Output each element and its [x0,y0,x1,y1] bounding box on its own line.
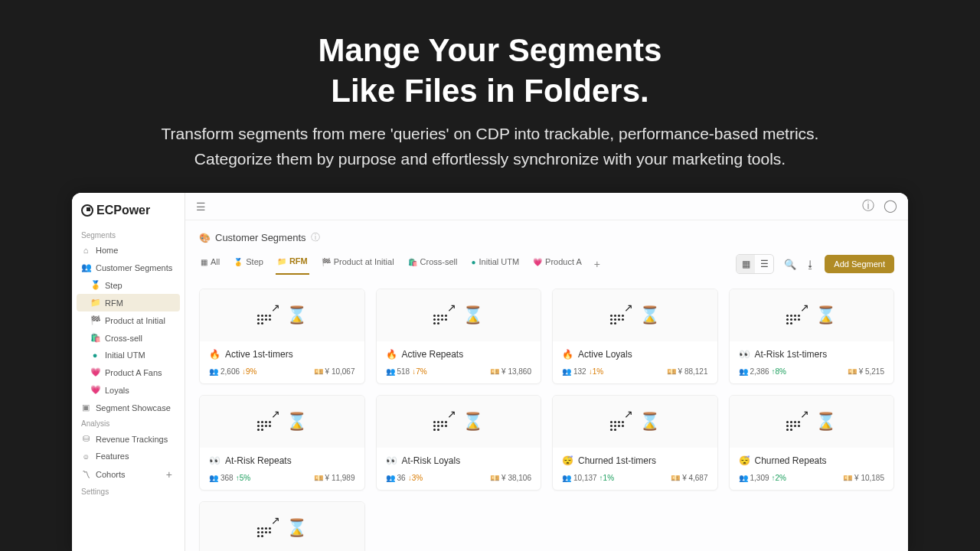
bag-icon: 🛍️ [90,333,100,343]
sidebar-item-rfm[interactable]: 📁RFM [77,294,180,311]
card-title: 👀At-Risk Loyals [386,455,532,466]
sidebar-item-initial-utm[interactable]: ●Initial UTM [72,347,185,364]
showcase-icon: ▣ [81,403,90,412]
card-hero: ⌛ [377,289,541,341]
sidebar-item-product-initial[interactable]: 🏁Product at Initial [72,311,185,329]
card-hero: ⌛ [200,289,364,341]
segment-emoji-icon: 😴 [562,455,573,466]
search-button[interactable]: 🔍 [780,254,800,274]
card-amount: 💴¥ 4,687 [671,474,707,482]
card-count: 👥36 ↓3% [386,474,423,482]
segment-card[interactable]: ⌛🔥Active 1st-timers👥2,606 ↓9%💴¥ 10,067 [199,289,365,384]
card-hero: ⌛ [553,289,717,341]
card-title: 👀At-Risk 1st-timers [739,349,885,360]
tab-cross-sell[interactable]: 🛍️Cross-sell [407,254,459,274]
list-view-button[interactable]: ☰ [755,255,773,273]
hero-title: Mange Your Segments Like Files in Folder… [0,31,980,111]
segment-emoji-icon: 😴 [739,455,750,466]
sidebar-item-revenue-trackings[interactable]: ⛁Revenue Trackings [72,430,185,448]
card-title: 🔥Active Loyals [562,349,708,360]
tab-rfm[interactable]: 📁RFM [276,253,309,275]
info-icon[interactable]: ⓘ [862,198,874,214]
segment-card[interactable]: ⌛ [199,501,365,551]
grid-view-button[interactable]: ▦ [737,255,755,273]
sidebar: ECPower Segments ⌂Home 👥Customer Segment… [72,193,185,551]
segment-card[interactable]: ⌛👀At-Risk 1st-timers👥2,386 ↑8%💴¥ 5,215 [729,289,895,384]
card-amount: 💴¥ 10,067 [314,367,355,376]
card-count: 👥132 ↓1% [562,367,603,376]
card-hero: ⌛ [553,396,717,448]
database-icon: ⛁ [81,434,90,444]
people-icon: 👥 [386,474,395,482]
sidebar-item-step[interactable]: 🥇Step [72,276,185,294]
sidebar-item-home[interactable]: ⌂Home [72,242,185,259]
help-icon[interactable]: ⓘ [311,231,320,244]
card-stats: 👥10,137 ↑1%💴¥ 4,687 [562,474,708,482]
segment-emoji-icon: 👀 [739,349,750,360]
sidebar-item-segment-showcase[interactable]: ▣Segment Showcase [72,399,185,416]
folder-icon: 📁 [90,298,100,308]
segment-card[interactable]: ⌛🔥Active Loyals👥132 ↓1%💴¥ 88,121 [552,289,718,384]
people-icon: 👥 [209,474,218,482]
sidebar-item-cross-sell[interactable]: 🛍️Cross-sell [72,329,185,347]
sidebar-item-customer-segments[interactable]: 👥Customer Segments [72,259,185,276]
card-amount: 💴¥ 13,860 [490,367,531,376]
brand-text: ECPower [96,204,150,217]
grid-icon: ▦ [201,258,207,266]
card-stats: 👥2,606 ↓9%💴¥ 10,067 [209,367,355,376]
tab-product-a[interactable]: 💗Product A [531,254,583,274]
segment-emoji-icon: 🔥 [562,349,573,360]
hamburger-icon[interactable]: ☰ [196,201,206,213]
card-hero: ⌛ [200,396,364,448]
sidebar-item-features[interactable]: ⌾Features [72,448,185,465]
card-title: 🔥Active Repeats [386,349,532,360]
card-stats: 👥2,386 ↑8%💴¥ 5,215 [739,367,885,376]
segment-card[interactable]: ⌛😴Churned 1st-timers👥10,137 ↑1%💴¥ 4,687 [552,395,718,491]
tab-initial-utm[interactable]: ●Initial UTM [469,254,521,274]
add-tab-button[interactable]: + [594,258,600,270]
card-count: 👥10,137 ↑1% [562,474,614,482]
people-icon: 👥 [81,262,90,272]
sidebar-item-loyals[interactable]: 💗Loyals [72,381,185,399]
view-toggle: ▦ ☰ [736,254,774,274]
people-icon: 👥 [739,367,748,376]
sidebar-section-settings: Settings [72,484,185,498]
card-title: 😴Churned Repeats [739,455,885,466]
toolbar-right: ▦ ☰ 🔍 ⭳ Add Segment [736,254,894,274]
add-segment-button[interactable]: Add Segment [825,255,894,273]
breadcrumb-text: Customer Segments [215,232,306,243]
card-stats: 👥1,309 ↑2%💴¥ 10,185 [739,474,885,482]
folder-icon: 📁 [277,257,286,266]
money-icon: 💴 [667,367,676,376]
money-icon: 💴 [843,474,852,482]
sidebar-item-cohorts[interactable]: 〽Cohorts+ [72,465,185,484]
dot-icon: ● [90,350,100,360]
segment-card[interactable]: ⌛🔥Active Repeats👥518 ↓7%💴¥ 13,860 [376,289,542,384]
heart-icon: 💗 [533,258,542,266]
bag-icon: 🛍️ [408,258,417,266]
segment-emoji-icon: 👀 [386,455,397,466]
tab-product-initial[interactable]: 🏁Product at Initial [320,254,396,274]
card-amount: 💴¥ 88,121 [667,367,708,376]
people-icon: 👥 [562,474,571,482]
card-stats: 👥368 ↑5%💴¥ 11,989 [209,474,355,482]
segment-card[interactable]: ⌛👀At-Risk Loyals👥36 ↓3%💴¥ 38,106 [376,395,542,491]
brand-logo[interactable]: ECPower [72,204,185,228]
plus-icon[interactable]: + [166,468,175,481]
people-icon: 👥 [386,367,395,376]
money-icon: 💴 [314,474,323,482]
card-amount: 💴¥ 10,185 [843,474,884,482]
tab-step[interactable]: 🥇Step [232,254,265,274]
sidebar-item-product-a-fans[interactable]: 💗Product A Fans [72,364,185,381]
segment-emoji-icon: 👀 [209,455,220,466]
segment-card[interactable]: ⌛👀At-Risk Repeats👥368 ↑5%💴¥ 11,989 [199,395,365,491]
card-count: 👥518 ↓7% [386,367,427,376]
tab-all[interactable]: ▦All [199,254,221,274]
people-icon: 👥 [562,367,571,376]
segment-grid: ⌛🔥Active 1st-timers👥2,606 ↓9%💴¥ 10,067⌛🔥… [185,275,908,551]
hero-subtitle: Transform segments from mere 'queries' o… [0,122,980,171]
avatar-icon[interactable]: ◯ [884,198,897,214]
download-button[interactable]: ⭳ [800,254,820,274]
segment-card[interactable]: ⌛😴Churned Repeats👥1,309 ↑2%💴¥ 10,185 [729,395,895,491]
segment-emoji-icon: 🔥 [386,349,397,360]
